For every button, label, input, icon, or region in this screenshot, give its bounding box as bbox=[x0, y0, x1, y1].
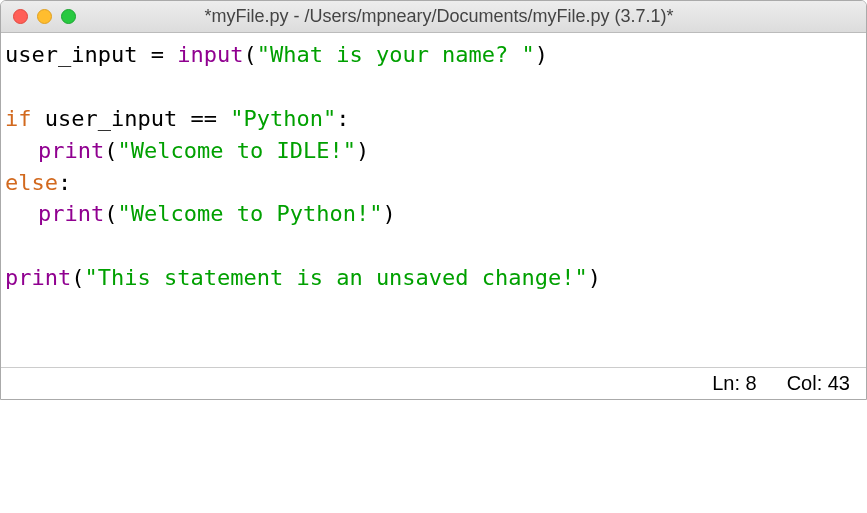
titlebar[interactable]: *myFile.py - /Users/mpneary/Documents/my… bbox=[1, 1, 866, 33]
column-indicator: Col: 43 bbox=[787, 372, 850, 395]
code-line: if user_input == "Python": bbox=[5, 106, 349, 131]
window-title: *myFile.py - /Users/mpneary/Documents/my… bbox=[24, 6, 854, 27]
code-line: user_input = input("What is your name? "… bbox=[5, 42, 548, 67]
code-editor[interactable]: user_input = input("What is your name? "… bbox=[1, 33, 866, 367]
editor-window: *myFile.py - /Users/mpneary/Documents/my… bbox=[0, 0, 867, 400]
code-line: print("Welcome to Python!") bbox=[5, 201, 396, 226]
line-indicator: Ln: 8 bbox=[712, 372, 756, 395]
statusbar: Ln: 8 Col: 43 bbox=[1, 367, 866, 399]
code-line: print("Welcome to IDLE!") bbox=[5, 138, 369, 163]
code-line: else: bbox=[5, 170, 71, 195]
code-line: print("This statement is an unsaved chan… bbox=[5, 265, 601, 290]
code-line bbox=[5, 74, 18, 99]
code-line bbox=[5, 233, 18, 258]
